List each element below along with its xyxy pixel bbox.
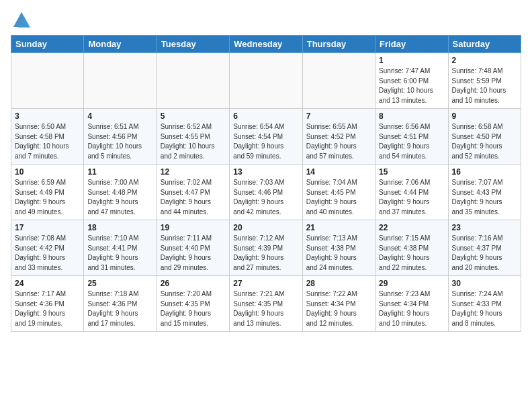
day-number: 22	[379, 223, 444, 232]
day-info: Sunrise: 6:52 AM Sunset: 4:55 PM Dayligh…	[161, 122, 226, 161]
calendar-cell: 27Sunrise: 7:21 AM Sunset: 4:35 PM Dayli…	[230, 276, 302, 332]
calendar-week-4: 24Sunrise: 7:17 AM Sunset: 4:36 PM Dayli…	[11, 276, 521, 332]
day-info: Sunrise: 7:47 AM Sunset: 6:00 PM Dayligh…	[379, 66, 444, 105]
calendar-cell: 30Sunrise: 7:24 AM Sunset: 4:33 PM Dayli…	[448, 276, 521, 332]
calendar-cell: 22Sunrise: 7:15 AM Sunset: 4:38 PM Dayli…	[375, 220, 448, 276]
day-info: Sunrise: 7:23 AM Sunset: 4:34 PM Dayligh…	[379, 289, 444, 328]
calendar-cell: 14Sunrise: 7:04 AM Sunset: 4:45 PM Dayli…	[302, 165, 375, 220]
day-info: Sunrise: 7:20 AM Sunset: 4:35 PM Dayligh…	[161, 289, 226, 328]
day-info: Sunrise: 6:51 AM Sunset: 4:56 PM Dayligh…	[87, 122, 152, 161]
day-info: Sunrise: 7:12 AM Sunset: 4:39 PM Dayligh…	[233, 234, 298, 273]
calendar-cell	[302, 53, 375, 109]
day-number: 27	[233, 279, 298, 288]
day-number: 17	[15, 223, 80, 232]
day-number: 5	[161, 111, 226, 121]
day-info: Sunrise: 7:02 AM Sunset: 4:47 PM Dayligh…	[161, 178, 226, 217]
day-info: Sunrise: 7:15 AM Sunset: 4:38 PM Dayligh…	[379, 234, 444, 273]
day-info: Sunrise: 7:24 AM Sunset: 4:33 PM Dayligh…	[452, 289, 517, 328]
calendar-header-monday: Monday	[84, 36, 157, 53]
day-number: 14	[306, 167, 371, 177]
day-number: 7	[306, 111, 371, 121]
calendar-header-tuesday: Tuesday	[157, 36, 229, 53]
day-number: 24	[15, 279, 80, 288]
day-info: Sunrise: 6:50 AM Sunset: 4:58 PM Dayligh…	[15, 122, 80, 161]
day-info: Sunrise: 7:21 AM Sunset: 4:35 PM Dayligh…	[233, 289, 298, 328]
day-info: Sunrise: 7:13 AM Sunset: 4:38 PM Dayligh…	[306, 234, 371, 273]
day-number: 2	[452, 56, 517, 65]
calendar-cell: 16Sunrise: 7:07 AM Sunset: 4:43 PM Dayli…	[448, 165, 521, 220]
day-info: Sunrise: 7:06 AM Sunset: 4:44 PM Dayligh…	[379, 178, 444, 217]
day-info: Sunrise: 6:56 AM Sunset: 4:51 PM Dayligh…	[379, 122, 444, 161]
logo-general	[11, 11, 31, 30]
calendar-cell: 29Sunrise: 7:23 AM Sunset: 4:34 PM Dayli…	[375, 276, 448, 332]
day-info: Sunrise: 7:11 AM Sunset: 4:40 PM Dayligh…	[161, 234, 226, 273]
calendar-cell: 26Sunrise: 7:20 AM Sunset: 4:35 PM Dayli…	[157, 276, 229, 332]
day-info: Sunrise: 7:00 AM Sunset: 4:48 PM Dayligh…	[87, 178, 152, 217]
day-info: Sunrise: 7:07 AM Sunset: 4:43 PM Dayligh…	[452, 178, 517, 217]
day-number: 20	[233, 223, 298, 232]
day-number: 25	[87, 279, 152, 288]
calendar-week-1: 3Sunrise: 6:50 AM Sunset: 4:58 PM Daylig…	[11, 109, 521, 165]
day-info: Sunrise: 7:10 AM Sunset: 4:41 PM Dayligh…	[87, 234, 152, 273]
day-info: Sunrise: 6:55 AM Sunset: 4:52 PM Dayligh…	[306, 122, 371, 161]
calendar-cell	[157, 53, 229, 109]
calendar-cell: 6Sunrise: 6:54 AM Sunset: 4:54 PM Daylig…	[230, 109, 302, 165]
day-number: 13	[233, 167, 298, 177]
calendar-cell: 18Sunrise: 7:10 AM Sunset: 4:41 PM Dayli…	[84, 220, 157, 276]
calendar-header-friday: Friday	[375, 36, 448, 53]
day-number: 19	[161, 223, 226, 232]
logo	[11, 11, 31, 30]
calendar-cell: 2Sunrise: 7:48 AM Sunset: 5:59 PM Daylig…	[448, 53, 521, 109]
day-info: Sunrise: 7:17 AM Sunset: 4:36 PM Dayligh…	[15, 289, 80, 328]
calendar-header-saturday: Saturday	[448, 36, 521, 53]
calendar-cell: 24Sunrise: 7:17 AM Sunset: 4:36 PM Dayli…	[11, 276, 84, 332]
calendar-cell: 4Sunrise: 6:51 AM Sunset: 4:56 PM Daylig…	[84, 109, 157, 165]
calendar-week-2: 10Sunrise: 6:59 AM Sunset: 4:49 PM Dayli…	[11, 165, 521, 220]
calendar-cell: 21Sunrise: 7:13 AM Sunset: 4:38 PM Dayli…	[302, 220, 375, 276]
day-number: 18	[87, 223, 152, 232]
calendar-header-row: SundayMondayTuesdayWednesdayThursdayFrid…	[11, 36, 521, 53]
day-info: Sunrise: 7:03 AM Sunset: 4:46 PM Dayligh…	[233, 178, 298, 217]
day-info: Sunrise: 6:58 AM Sunset: 4:50 PM Dayligh…	[452, 122, 517, 161]
day-number: 9	[452, 111, 517, 121]
day-number: 1	[379, 56, 444, 65]
calendar-cell: 17Sunrise: 7:08 AM Sunset: 4:42 PM Dayli…	[11, 220, 84, 276]
calendar-cell: 20Sunrise: 7:12 AM Sunset: 4:39 PM Dayli…	[230, 220, 302, 276]
day-number: 28	[306, 279, 371, 288]
calendar-cell: 7Sunrise: 6:55 AM Sunset: 4:52 PM Daylig…	[302, 109, 375, 165]
calendar-cell: 23Sunrise: 7:16 AM Sunset: 4:37 PM Dayli…	[448, 220, 521, 276]
calendar-cell	[84, 53, 157, 109]
calendar-cell: 8Sunrise: 6:56 AM Sunset: 4:51 PM Daylig…	[375, 109, 448, 165]
day-number: 21	[306, 223, 371, 232]
day-number: 6	[233, 111, 298, 121]
calendar-cell: 12Sunrise: 7:02 AM Sunset: 4:47 PM Dayli…	[157, 165, 229, 220]
day-number: 23	[452, 223, 517, 232]
day-info: Sunrise: 7:18 AM Sunset: 4:36 PM Dayligh…	[87, 289, 152, 328]
calendar-cell	[230, 53, 302, 109]
calendar-week-0: 1Sunrise: 7:47 AM Sunset: 6:00 PM Daylig…	[11, 53, 521, 109]
calendar-header-sunday: Sunday	[11, 36, 84, 53]
calendar-cell: 9Sunrise: 6:58 AM Sunset: 4:50 PM Daylig…	[448, 109, 521, 165]
day-number: 29	[379, 279, 444, 288]
calendar-cell: 5Sunrise: 6:52 AM Sunset: 4:55 PM Daylig…	[157, 109, 229, 165]
day-info: Sunrise: 7:16 AM Sunset: 4:37 PM Dayligh…	[452, 234, 517, 273]
day-info: Sunrise: 6:54 AM Sunset: 4:54 PM Dayligh…	[233, 122, 298, 161]
day-number: 16	[452, 167, 517, 177]
calendar-cell: 28Sunrise: 7:22 AM Sunset: 4:34 PM Dayli…	[302, 276, 375, 332]
day-number: 30	[452, 279, 517, 288]
day-number: 15	[379, 167, 444, 177]
day-number: 3	[15, 111, 80, 121]
calendar-cell: 19Sunrise: 7:11 AM Sunset: 4:40 PM Dayli…	[157, 220, 229, 276]
calendar-cell: 1Sunrise: 7:47 AM Sunset: 6:00 PM Daylig…	[375, 53, 448, 109]
day-number: 11	[87, 167, 152, 177]
day-info: Sunrise: 7:04 AM Sunset: 4:45 PM Dayligh…	[306, 178, 371, 217]
day-info: Sunrise: 6:59 AM Sunset: 4:49 PM Dayligh…	[15, 178, 80, 217]
calendar-header-thursday: Thursday	[302, 36, 375, 53]
day-info: Sunrise: 7:48 AM Sunset: 5:59 PM Dayligh…	[452, 66, 517, 105]
calendar-cell: 25Sunrise: 7:18 AM Sunset: 4:36 PM Dayli…	[84, 276, 157, 332]
day-info: Sunrise: 7:08 AM Sunset: 4:42 PM Dayligh…	[15, 234, 80, 273]
calendar-table: SundayMondayTuesdayWednesdayThursdayFrid…	[11, 35, 521, 332]
day-info: Sunrise: 7:22 AM Sunset: 4:34 PM Dayligh…	[306, 289, 371, 328]
day-number: 26	[161, 279, 226, 288]
day-number: 12	[161, 167, 226, 177]
